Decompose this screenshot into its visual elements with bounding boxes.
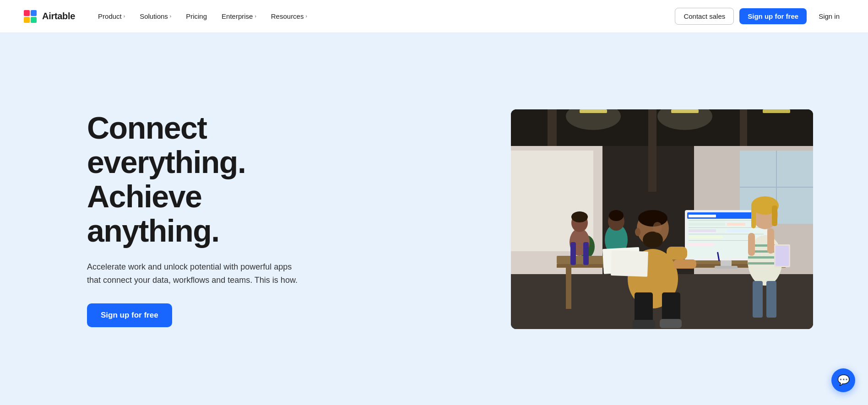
signup-button-hero[interactable]: Sign up for free [87, 303, 172, 327]
svg-rect-49 [635, 292, 653, 324]
nav-link-resources[interactable]: Resources › [265, 9, 314, 24]
svg-rect-71 [570, 242, 576, 265]
nav-item-product: Product › [92, 9, 131, 24]
nav-item-resources: Resources › [265, 9, 314, 24]
svg-rect-34 [727, 229, 750, 232]
hero-heading-line3: Achieve [87, 179, 201, 214]
svg-rect-62 [748, 233, 755, 256]
hero-image-container [334, 109, 813, 329]
nav-label-product: Product [98, 12, 122, 20]
chevron-icon-solutions: › [170, 14, 171, 19]
logo-icon [22, 8, 38, 25]
hero-content: Connect everything. Achieve anything. Ac… [87, 111, 307, 327]
office-scene-illustration [511, 109, 813, 329]
hero-section: Connect everything. Achieve anything. Ac… [0, 33, 868, 405]
svg-point-75 [609, 210, 624, 221]
nav-link-product[interactable]: Product › [92, 9, 131, 24]
hero-heading-line4: anything. [87, 213, 219, 248]
nav-label-solutions: Solutions [140, 12, 168, 20]
svg-rect-31 [727, 223, 745, 226]
nav-label-enterprise: Enterprise [222, 12, 253, 20]
hero-subtext: Accelerate work and unlock potential wit… [87, 260, 307, 287]
svg-rect-8 [648, 109, 656, 192]
svg-point-45 [635, 228, 640, 236]
svg-rect-1 [24, 10, 30, 16]
svg-rect-63 [767, 228, 774, 254]
svg-point-46 [653, 222, 662, 233]
svg-rect-36 [689, 236, 723, 238]
svg-rect-48 [673, 259, 696, 269]
svg-rect-22 [566, 268, 571, 309]
nav-item-enterprise: Enterprise › [215, 9, 263, 24]
nav-label-resources: Resources [271, 12, 304, 20]
svg-rect-52 [660, 319, 682, 328]
nav-item-pricing: Pricing [179, 9, 213, 24]
svg-rect-60 [751, 205, 756, 228]
svg-rect-77 [611, 250, 648, 277]
logo[interactable]: Airtable [22, 8, 75, 25]
hero-image [511, 109, 813, 329]
contact-sales-button[interactable]: Contact sales [675, 8, 734, 25]
svg-rect-61 [772, 205, 777, 226]
svg-point-70 [571, 211, 588, 222]
svg-rect-66 [753, 281, 763, 318]
navbar: Airtable Product › Solutions › Pricing [0, 0, 868, 33]
svg-rect-65 [776, 246, 789, 266]
nav-link-solutions[interactable]: Solutions › [133, 9, 178, 24]
hero-heading-line2: everything. [87, 145, 245, 179]
svg-rect-51 [632, 320, 655, 329]
nav-link-enterprise[interactable]: Enterprise › [215, 9, 263, 24]
svg-point-43 [643, 232, 663, 248]
chevron-icon-resources: › [305, 14, 307, 19]
svg-rect-38 [689, 243, 714, 246]
nav-label-pricing: Pricing [186, 12, 207, 20]
nav-menu: Product › Solutions › Pricing Enterprise… [92, 9, 314, 24]
svg-rect-39 [721, 260, 732, 266]
svg-rect-2 [31, 10, 37, 16]
svg-rect-33 [689, 229, 716, 232]
svg-rect-47 [667, 247, 687, 259]
svg-rect-28 [689, 215, 716, 217]
svg-rect-67 [766, 281, 776, 318]
svg-rect-72 [583, 242, 589, 265]
hero-heading-line1: Connect [87, 110, 207, 145]
chevron-icon-product: › [124, 14, 125, 19]
signup-button-nav[interactable]: Sign up for free [739, 8, 807, 24]
svg-rect-3 [24, 17, 30, 23]
navbar-left: Airtable Product › Solutions › Pricing [22, 8, 314, 25]
svg-rect-40 [715, 266, 738, 269]
navbar-right: Contact sales Sign up for free Sign in [675, 8, 846, 25]
logo-text: Airtable [42, 11, 75, 22]
hero-heading: Connect everything. Achieve anything. [87, 111, 307, 248]
svg-rect-81 [763, 109, 790, 113]
signin-button[interactable]: Sign in [812, 8, 846, 24]
nav-item-solutions: Solutions › [133, 9, 178, 24]
chat-icon: 💬 [837, 374, 850, 386]
svg-point-44 [638, 210, 667, 227]
chevron-icon-enterprise: › [255, 14, 256, 19]
chat-bubble[interactable]: 💬 [831, 368, 855, 392]
svg-rect-4 [31, 17, 37, 23]
nav-link-pricing[interactable]: Pricing [179, 9, 213, 24]
svg-rect-30 [689, 223, 725, 226]
